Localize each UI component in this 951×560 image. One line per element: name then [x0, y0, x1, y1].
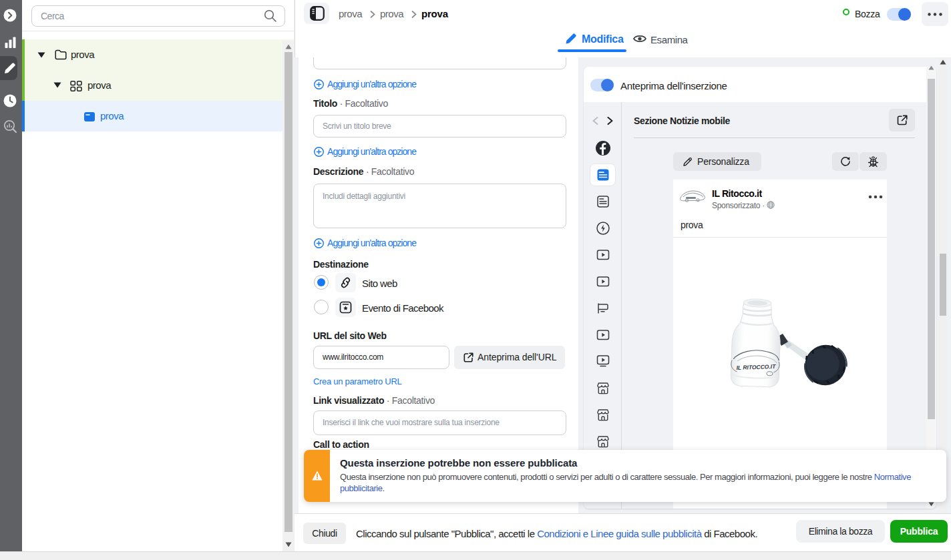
svg-text:IL RITOCCO.IT: IL RITOCCO.IT	[736, 363, 776, 371]
